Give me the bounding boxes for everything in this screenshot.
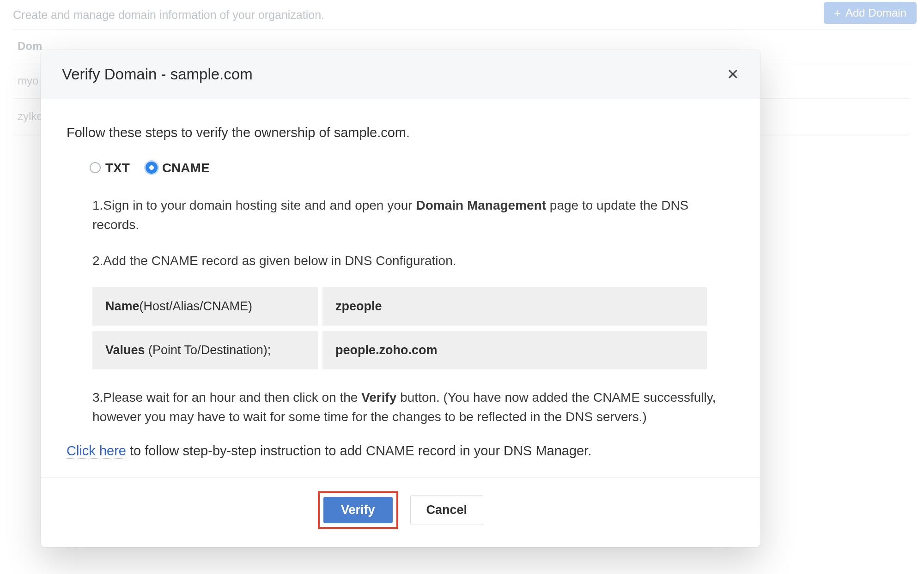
step-1-text: 1.Sign in to your domain hosting site an… — [92, 196, 725, 235]
click-here-line: Click here to follow step-by-step instru… — [67, 443, 735, 459]
kv-values-value: people.zoho.com — [322, 331, 707, 369]
step3-prefix: 3.Please wait for an hour and then click… — [92, 390, 361, 405]
verify-domain-modal: Verify Domain - sample.com ✕ Follow thes… — [41, 50, 760, 547]
kv-name-bold: Name — [105, 299, 140, 313]
kv-name-value: zpeople — [322, 287, 707, 326]
step-3-text: 3.Please wait for an hour and then click… — [92, 388, 725, 427]
modal-title: Verify Domain - sample.com — [62, 66, 253, 83]
kv-name-label: Name(Host/Alias/CNAME) — [92, 287, 318, 326]
step1-bold: Domain Management — [416, 198, 546, 212]
modal-header: Verify Domain - sample.com ✕ — [41, 50, 760, 99]
record-type-radio-group: TXT CNAME — [90, 160, 735, 175]
dns-record-table: Name(Host/Alias/CNAME) zpeople Values (P… — [92, 287, 707, 369]
table-row: Values (Point To/Destination); people.zo… — [92, 331, 707, 369]
kv-values-rest: (Point To/Destination); — [145, 343, 271, 357]
radio-txt-label: TXT — [105, 161, 130, 175]
step3-bold: Verify — [361, 390, 396, 405]
radio-unchecked-icon — [90, 162, 101, 173]
radio-cname[interactable]: CNAME — [146, 160, 210, 175]
verify-button[interactable]: Verify — [323, 497, 393, 523]
verify-highlight-box: Verify — [318, 491, 398, 529]
click-here-link[interactable]: Click here — [67, 443, 126, 459]
close-icon: ✕ — [727, 66, 739, 83]
kv-values-label: Values (Point To/Destination); — [92, 331, 318, 369]
click-here-rest: to follow step-by-step instruction to ad… — [126, 443, 591, 458]
kv-name-rest: (Host/Alias/CNAME) — [140, 299, 253, 313]
table-row: Name(Host/Alias/CNAME) zpeople — [92, 287, 707, 326]
kv-values-bold: Values — [105, 343, 145, 357]
modal-intro: Follow these steps to verify the ownersh… — [67, 125, 735, 140]
close-button[interactable]: ✕ — [727, 67, 739, 82]
cancel-button[interactable]: Cancel — [410, 495, 484, 525]
radio-txt[interactable]: TXT — [90, 160, 130, 175]
radio-cname-label: CNAME — [162, 161, 210, 175]
radio-checked-icon — [146, 162, 158, 174]
modal-footer: Verify Cancel — [41, 477, 760, 547]
step1-prefix: 1.Sign in to your domain hosting site an… — [92, 198, 416, 212]
step-2-text: 2.Add the CNAME record as given below in… — [92, 251, 725, 271]
